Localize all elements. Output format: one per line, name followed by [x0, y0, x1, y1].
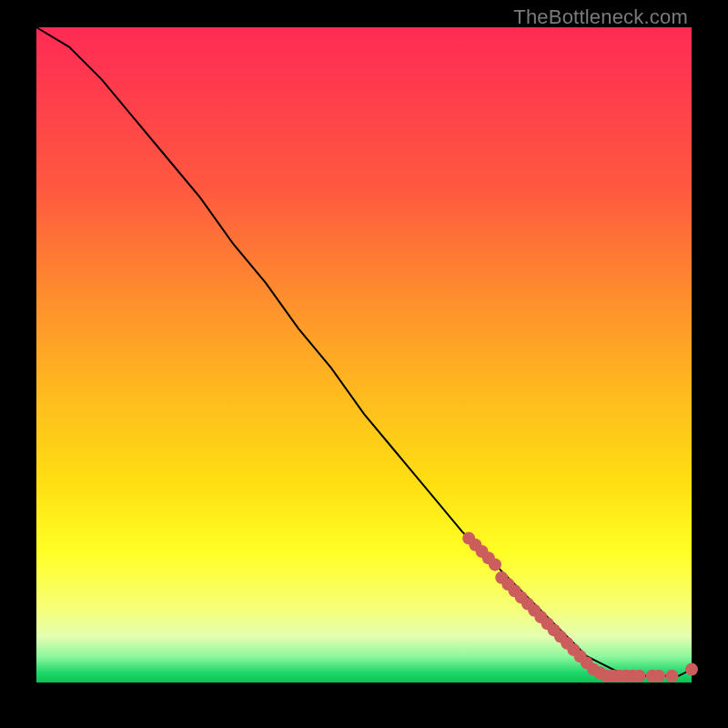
bottleneck-curve [36, 27, 692, 676]
chart-svg [36, 27, 692, 682]
data-marker [652, 670, 665, 682]
chart-frame [36, 27, 692, 682]
data-marker [489, 558, 501, 571]
watermark-text: TheBottleneck.com [513, 5, 688, 29]
data-marker [665, 670, 678, 682]
data-marker [632, 670, 645, 682]
marker-group [462, 532, 698, 682]
data-marker [685, 663, 698, 676]
